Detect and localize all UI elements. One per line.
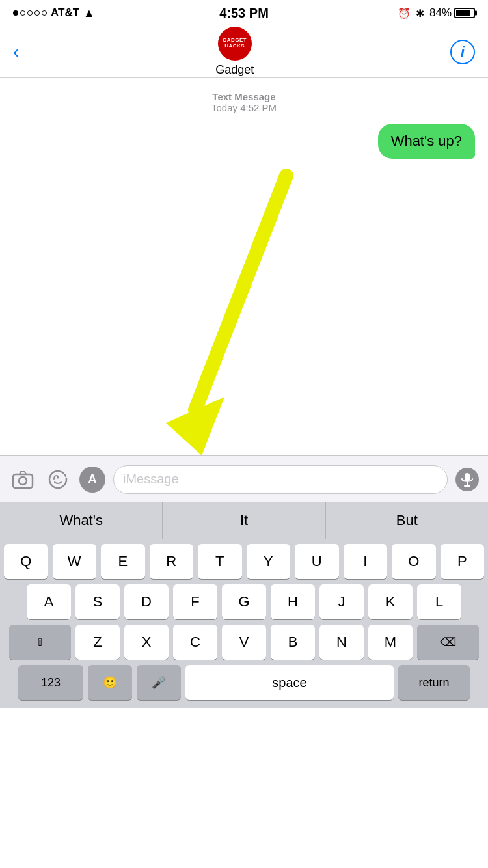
key-h[interactable]: H <box>271 584 315 619</box>
keyboard-row-3: ⇧ Z X C V B N M ⌫ <box>4 625 484 660</box>
alarm-icon: ⏰ <box>398 7 411 20</box>
keyboard-mic-key[interactable]: 🎤 <box>137 665 181 700</box>
status-left: AT&T ▲ <box>13 7 95 20</box>
signal-dot-1 <box>13 10 18 16</box>
key-n[interactable]: N <box>319 625 364 660</box>
key-r[interactable]: R <box>150 544 194 579</box>
predictive-word-3[interactable]: But <box>326 502 488 539</box>
sticker-icon <box>47 468 69 491</box>
key-b[interactable]: B <box>271 625 315 660</box>
key-z[interactable]: Z <box>75 625 120 660</box>
key-l[interactable]: L <box>417 584 461 619</box>
key-s[interactable]: S <box>75 584 120 619</box>
info-button[interactable]: i <box>450 40 475 64</box>
svg-rect-6 <box>465 473 470 481</box>
keyboard-row-1: Q W E R T Y U I O P <box>4 544 484 579</box>
carrier-name: AT&T <box>51 7 79 20</box>
message-type: Text Message <box>13 91 475 102</box>
message-time: Today 4:52 PM <box>13 102 475 113</box>
key-g[interactable]: G <box>222 584 266 619</box>
key-p[interactable]: P <box>441 544 485 579</box>
status-time: 4:53 PM <box>219 6 269 21</box>
message-input-placeholder[interactable]: iMessage <box>123 472 438 487</box>
signal-dot-5 <box>42 10 47 16</box>
camera-icon <box>12 468 34 491</box>
numbers-key[interactable]: 123 <box>18 665 83 700</box>
keyboard: Q W E R T Y U I O P A S D F G H J K L ⇧ … <box>0 539 488 708</box>
status-right: ⏰ ✱ 84% <box>398 7 475 20</box>
delete-key[interactable]: ⌫ <box>417 625 479 660</box>
battery-icon <box>454 8 475 18</box>
appstore-icon: A <box>88 472 97 486</box>
signal-dot-3 <box>27 10 33 16</box>
bluetooth-icon: ✱ <box>416 7 424 20</box>
key-v[interactable]: V <box>222 625 266 660</box>
key-a[interactable]: A <box>27 584 71 619</box>
key-k[interactable]: K <box>368 584 413 619</box>
mic-icon <box>461 472 474 487</box>
predictive-bar: What's It But <box>0 502 488 539</box>
key-u[interactable]: U <box>295 544 339 579</box>
message-meta: Text Message Today 4:52 PM <box>13 91 475 113</box>
svg-marker-2 <box>166 397 224 455</box>
message-input-wrap[interactable]: iMessage <box>113 465 448 494</box>
contact-name: Gadget <box>215 63 254 77</box>
signal-dot-2 <box>20 10 25 16</box>
appstore-button[interactable]: A <box>79 467 105 493</box>
battery-container: 84% <box>429 7 475 20</box>
avatar[interactable]: GADGET HACKS <box>218 27 252 61</box>
avatar-text: GADGET HACKS <box>223 38 247 49</box>
shift-key[interactable]: ⇧ <box>9 625 71 660</box>
svg-point-4 <box>19 477 27 485</box>
space-key[interactable]: space <box>185 665 394 700</box>
key-x[interactable]: X <box>124 625 169 660</box>
signal-dots <box>13 10 47 16</box>
info-label: i <box>461 44 465 61</box>
status-bar: AT&T ▲ 4:53 PM ⏰ ✱ 84% <box>0 0 488 26</box>
battery-percent: 84% <box>429 7 452 20</box>
battery-fill <box>456 10 470 16</box>
nav-bar: ‹ GADGET HACKS Gadget i <box>0 26 488 78</box>
emoji-key[interactable]: 🙂 <box>88 665 132 700</box>
camera-button[interactable] <box>9 466 36 493</box>
message-row: What's up? <box>13 124 475 159</box>
svg-point-5 <box>57 476 59 478</box>
predictive-word-1[interactable]: What's <box>0 502 163 539</box>
key-f[interactable]: F <box>173 584 217 619</box>
contact-info: GADGET HACKS Gadget <box>215 27 254 77</box>
keyboard-row-4: 123 🙂 🎤 space return <box>4 665 484 700</box>
key-t[interactable]: T <box>198 544 242 579</box>
key-w[interactable]: W <box>53 544 97 579</box>
keyboard-row-2: A S D F G H J K L <box>4 584 484 619</box>
key-q[interactable]: Q <box>4 544 48 579</box>
key-i[interactable]: I <box>344 544 388 579</box>
svg-line-1 <box>195 176 286 410</box>
input-toolbar: A iMessage <box>0 455 488 502</box>
messages-area: Text Message Today 4:52 PM What's up? <box>0 78 488 455</box>
arrow-annotation <box>0 156 488 455</box>
avatar-line2: HACKS <box>223 44 247 49</box>
bubble-sent[interactable]: What's up? <box>378 124 475 159</box>
mic-button[interactable] <box>455 468 479 491</box>
key-c[interactable]: C <box>173 625 217 660</box>
key-d[interactable]: D <box>124 584 169 619</box>
predictive-word-2[interactable]: It <box>163 502 325 539</box>
return-key[interactable]: return <box>398 665 470 700</box>
message-text: What's up? <box>391 133 462 149</box>
sticker-button[interactable] <box>44 466 72 493</box>
wifi-icon: ▲ <box>83 7 95 20</box>
key-m[interactable]: M <box>368 625 413 660</box>
key-o[interactable]: O <box>392 544 436 579</box>
key-y[interactable]: Y <box>247 544 291 579</box>
key-j[interactable]: J <box>319 584 364 619</box>
back-chevron-icon: ‹ <box>13 43 19 61</box>
signal-dot-4 <box>34 10 40 16</box>
back-button[interactable]: ‹ <box>13 43 19 61</box>
key-e[interactable]: E <box>101 544 145 579</box>
